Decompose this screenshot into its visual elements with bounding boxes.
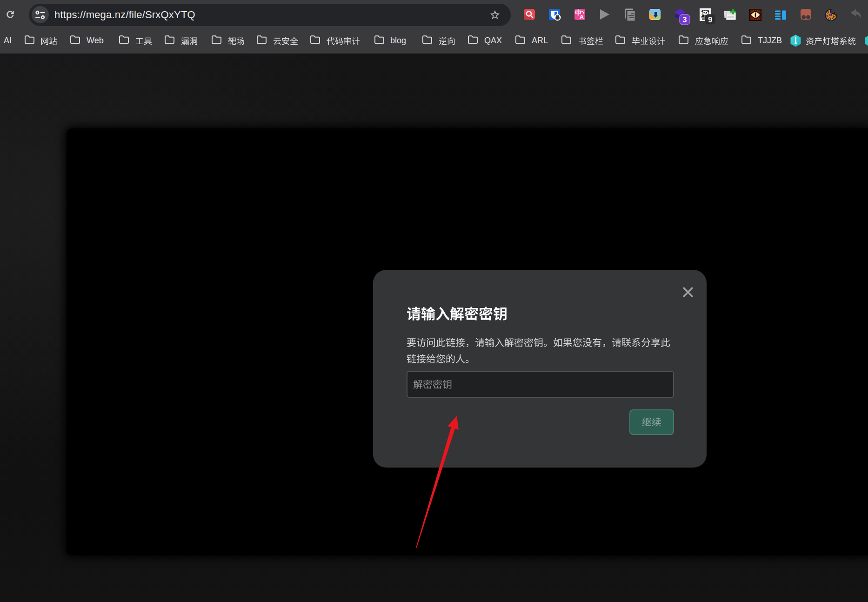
svg-text:9: 9 xyxy=(708,16,712,24)
svg-text:A: A xyxy=(580,13,584,20)
svg-text:3: 3 xyxy=(683,16,687,24)
